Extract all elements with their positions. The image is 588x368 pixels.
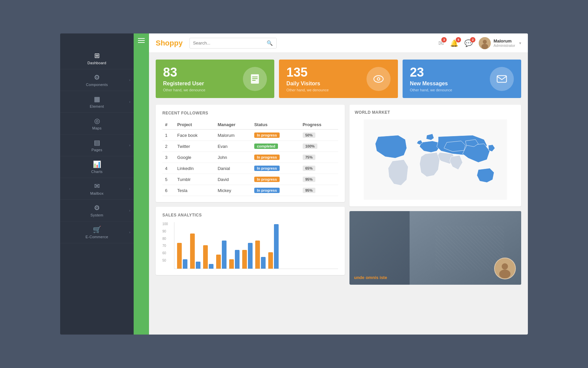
- y-axis: 100 90 80 70 60 50: [162, 222, 168, 262]
- world-market-title: WORLD MARKET: [355, 110, 516, 115]
- cell-project: Tesla: [175, 185, 215, 196]
- cell-project: Google: [175, 152, 215, 163]
- sidebar-item-mailbox[interactable]: ✉ Mailbox ›: [60, 178, 134, 200]
- cell-status: In progress: [252, 152, 300, 163]
- col-project: Project: [175, 120, 215, 129]
- sidebar-label-system: System: [91, 213, 103, 217]
- chevron-icon-2: ›: [129, 100, 130, 104]
- cell-progress: 100%: [300, 141, 338, 152]
- cell-status: completed: [252, 141, 300, 152]
- stat-title-visitors: Daily Visitors: [286, 81, 329, 87]
- sales-analytics-title: SALES ANALYTICS: [162, 213, 338, 217]
- email-notification-button[interactable]: ✉ 3: [438, 39, 444, 47]
- cell-progress: 50%: [300, 129, 338, 141]
- sidebar-item-components[interactable]: ⚙ Components ›: [60, 69, 134, 91]
- bell-badge: 5: [456, 37, 461, 42]
- stat-card-visitors: 135 Daily Visitors Other hand, we denoun…: [279, 60, 398, 98]
- cell-manager: Malorum: [215, 129, 251, 141]
- sidebar-label-dashboard: Dashboard: [88, 61, 107, 65]
- chart-bar-group: [229, 250, 240, 269]
- cell-manager: David: [215, 174, 251, 185]
- table-row: 2 Twitter Evan completed 100%: [162, 141, 338, 152]
- stat-info-messages: 23 New Messages Other hand, we denounce: [410, 66, 452, 92]
- world-market-card: WORLD MARKET: [349, 105, 521, 206]
- bar-orange: [190, 234, 195, 269]
- stat-card-registered: 83 Registered User Other hand, we denoun…: [156, 60, 274, 98]
- ecommerce-icon: 🛒: [93, 225, 101, 234]
- stat-icon-messages: [490, 67, 514, 91]
- bar-blue: [209, 264, 213, 269]
- cell-project: LinkedIn: [175, 163, 215, 174]
- bar-blue: [235, 250, 240, 269]
- cell-progress: 75%: [300, 152, 338, 163]
- avatar: [479, 37, 491, 49]
- svg-point-13: [502, 263, 508, 270]
- bottom-section: RECENT FOLLOWERS # Project Manager Statu…: [156, 105, 521, 285]
- element-icon: ▦: [94, 95, 100, 103]
- chart-bar-group: [203, 245, 213, 269]
- stat-card-messages: 23 New Messages Other hand, we denounce: [403, 60, 521, 98]
- cell-num: 2: [162, 141, 175, 152]
- stat-subtitle-registered: Other hand, we denounce: [163, 88, 205, 92]
- sidebar-label-pages: Pages: [92, 148, 103, 152]
- stat-number-visitors: 135: [286, 66, 329, 79]
- chevron-icon-3: ›: [129, 144, 130, 147]
- chart-bar-group: [268, 224, 279, 269]
- promo-title: unde omnis iste: [354, 275, 517, 280]
- col-status: Status: [252, 120, 300, 129]
- sidebar-item-maps[interactable]: ◎ Maps: [60, 113, 134, 134]
- cell-manager: Danial: [215, 163, 251, 174]
- sidebar-item-element[interactable]: ▦ Element ›: [60, 91, 134, 113]
- bar-blue: [274, 224, 279, 269]
- sidebar-label-components: Components: [86, 83, 108, 87]
- user-name: Malorum: [493, 38, 515, 43]
- table-row: 1 Face book Malorum In progress 50%: [162, 129, 338, 141]
- svg-point-1: [483, 40, 487, 44]
- bar-orange: [255, 241, 260, 269]
- search-input[interactable]: [190, 40, 263, 45]
- stat-title-registered: Registered User: [163, 81, 205, 87]
- search-button[interactable]: 🔍: [263, 38, 276, 48]
- stat-number-messages: 23: [410, 66, 452, 79]
- components-icon: ⚙: [94, 73, 100, 81]
- menu-bar: [134, 33, 149, 335]
- sidebar-item-ecommerce[interactable]: 🛒 E-Commerce ›: [60, 221, 134, 243]
- chevron-icon-4: ›: [129, 187, 130, 191]
- bar-blue: [183, 259, 187, 269]
- cell-status: In progress: [252, 185, 300, 196]
- bar-blue: [196, 262, 200, 269]
- cell-progress: 65%: [300, 163, 338, 174]
- hamburger-menu-button[interactable]: [138, 38, 145, 43]
- sidebar-label-maps: Maps: [92, 126, 102, 130]
- user-dropdown-arrow[interactable]: ▾: [519, 41, 521, 45]
- bell-notification-button[interactable]: 🔔 5: [450, 39, 458, 47]
- bar-blue: [261, 257, 266, 269]
- cell-num: 1: [162, 129, 175, 141]
- table-row: 4 LinkedIn Danial In progress 65%: [162, 163, 338, 174]
- col-num: #: [162, 120, 175, 129]
- promo-card: unde omnis iste: [349, 211, 521, 285]
- cell-manager: Mickey: [215, 185, 251, 196]
- sidebar-header: [60, 37, 134, 48]
- bar-orange: [229, 259, 234, 269]
- sidebar-label-element: Element: [90, 104, 104, 108]
- sidebar-item-charts[interactable]: 📊 Charts: [60, 156, 134, 178]
- chat-notification-button[interactable]: 💬 2: [464, 39, 473, 47]
- sidebar-item-dashboard[interactable]: ⊞ Dashboard: [60, 48, 134, 69]
- cell-status: In progress: [252, 163, 300, 174]
- sidebar-label-ecommerce: E-Commerce: [86, 235, 108, 239]
- stat-info-visitors: 135 Daily Visitors Other hand, we denoun…: [286, 66, 329, 92]
- cell-num: 3: [162, 152, 175, 163]
- cell-num: 4: [162, 163, 175, 174]
- svg-point-2: [481, 44, 488, 49]
- charts-icon: 📊: [93, 160, 101, 168]
- chart-bar-group: [216, 241, 227, 269]
- cell-num: 6: [162, 185, 175, 196]
- bar-blue: [248, 243, 253, 269]
- chart-area: [174, 222, 338, 269]
- sidebar-item-pages[interactable]: ▤ Pages ›: [60, 134, 134, 156]
- dashboard-icon: ⊞: [94, 52, 100, 60]
- sidebar-item-system[interactable]: ⚙ System ›: [60, 200, 134, 221]
- user-profile[interactable]: Malorum Administrator ▾: [479, 37, 521, 49]
- page-content: 83 Registered User Other hand, we denoun…: [149, 53, 528, 335]
